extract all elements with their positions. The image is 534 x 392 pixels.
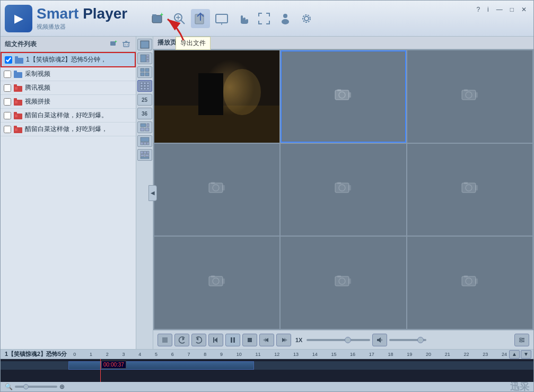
zoom-out-icon[interactable]: 🔍: [5, 383, 13, 390]
screen-button[interactable]: [212, 9, 231, 28]
layout-25-label: 25: [142, 97, 147, 103]
svg-rect-43: [146, 57, 149, 59]
zoom-in-icon[interactable]: ⊕: [59, 383, 65, 390]
layout-1plus3-button[interactable]: [137, 53, 152, 64]
item-checkbox-2[interactable]: [4, 71, 11, 78]
speed-slider[interactable]: [307, 339, 370, 341]
person-button[interactable]: [276, 9, 295, 28]
list-item[interactable]: 腾讯视频: [1, 81, 136, 95]
info-button[interactable]: i: [485, 5, 492, 14]
export-button[interactable]: [191, 9, 210, 28]
layout-36-button[interactable]: 36: [137, 108, 152, 119]
video-cell-2-0[interactable]: [154, 237, 279, 329]
svg-rect-69: [141, 154, 144, 156]
audio-settings-button[interactable]: [514, 334, 529, 346]
list-item[interactable]: 采制视频: [1, 67, 136, 81]
timeline-num-19: 19: [407, 352, 412, 357]
zoom-slider-thumb[interactable]: [23, 384, 29, 389]
maximize-button[interactable]: □: [507, 5, 517, 14]
sidebar-header-icons: +: [108, 39, 132, 49]
svg-rect-71: [141, 157, 149, 159]
layout-custom3-button[interactable]: [137, 149, 152, 161]
layout-25-button[interactable]: 25: [137, 94, 152, 106]
layout-custom2-button[interactable]: [137, 135, 152, 147]
timeline-footer: 🔍 ⊕ 迅采: [1, 382, 533, 391]
stop-button[interactable]: [242, 334, 257, 346]
item-checkbox-5[interactable]: [4, 112, 11, 119]
video-cell-1-0[interactable]: [154, 144, 279, 236]
svg-rect-110: [233, 337, 235, 343]
app-title: Smart Player: [37, 6, 127, 22]
delete-group-button[interactable]: [121, 39, 132, 49]
item-checkbox-6[interactable]: [4, 126, 11, 133]
layout-2x2-button[interactable]: [137, 66, 152, 78]
video-cell-1-2[interactable]: [407, 144, 532, 236]
svg-rect-95: [222, 278, 225, 284]
timeline-num-13: 13: [293, 352, 299, 357]
step-fwd-button[interactable]: [276, 334, 291, 346]
app-logo: ▶: [5, 5, 32, 32]
pause-button[interactable]: [225, 334, 240, 346]
item-checkbox-1[interactable]: [5, 56, 12, 64]
svg-rect-74: [337, 89, 341, 91]
speed-label: 1X: [295, 337, 302, 343]
timeline-num-10: 10: [237, 352, 242, 357]
svg-rect-30: [15, 87, 17, 90]
timeline-body[interactable]: 00:00:37: [1, 359, 533, 382]
volume-slider[interactable]: [389, 339, 426, 341]
volume-button[interactable]: [372, 334, 387, 346]
volume-slider-thumb[interactable]: [417, 337, 424, 343]
open-file-button[interactable]: +: [148, 9, 168, 28]
item-text-1: 1【笑镇惊魂2】恐怖5分钟，: [26, 55, 132, 64]
fullscreen-button[interactable]: [255, 9, 274, 28]
layout-1x1-button[interactable]: [137, 39, 152, 50]
search-button[interactable]: [170, 9, 189, 28]
svg-rect-52: [141, 85, 143, 87]
layout-3x3-button[interactable]: [137, 80, 152, 92]
hand-tool-button[interactable]: [233, 9, 252, 28]
layout-custom1-button[interactable]: [137, 121, 152, 133]
svg-rect-108: [213, 337, 214, 343]
timeline-down-button[interactable]: ▼: [521, 350, 531, 359]
app-subtitle: 视频播放器: [37, 23, 127, 31]
list-item[interactable]: 1【笑镇惊魂2】恐怖5分钟，: [1, 52, 136, 67]
speed-slider-thumb[interactable]: [345, 337, 351, 343]
help-button[interactable]: ?: [474, 5, 483, 14]
timeline-data-bar: [68, 361, 254, 370]
svg-rect-44: [146, 60, 149, 62]
forward-button[interactable]: [191, 334, 206, 346]
item-checkbox-3[interactable]: [4, 84, 11, 92]
timeline-up-button[interactable]: ▲: [509, 350, 520, 359]
svg-rect-103: [475, 278, 478, 284]
video-cell-2-1[interactable]: [281, 237, 406, 329]
svg-rect-70: [145, 154, 149, 156]
list-item[interactable]: 醋留白菜这样做，好吃到爆。: [1, 109, 136, 123]
video-cell-0-1[interactable]: [281, 50, 406, 143]
svg-rect-19: [124, 42, 129, 47]
timeline-num-11: 11: [255, 352, 260, 357]
record-button[interactable]: [157, 334, 172, 346]
collapse-sidebar-button[interactable]: ◀: [148, 185, 157, 201]
svg-rect-51: [147, 82, 149, 84]
zoom-slider[interactable]: [15, 386, 57, 388]
svg-rect-111: [248, 338, 252, 342]
rewind-button[interactable]: [174, 334, 189, 346]
timeline-cursor[interactable]: [100, 359, 101, 382]
prev-frame-button[interactable]: [208, 334, 223, 346]
list-item[interactable]: 醋留白菜这样做，好吃到爆，: [1, 123, 136, 136]
svg-rect-79: [475, 92, 478, 98]
minimize-button[interactable]: —: [494, 5, 505, 14]
timeline-area: 1【笑镇惊魂2】恐怖5分 0 1 2 3 4 5 6 7 8 9 10 11 1…: [1, 349, 533, 391]
step-back-button[interactable]: [259, 334, 274, 346]
video-cell-2-2[interactable]: [407, 237, 532, 329]
video-cell-1-1[interactable]: [281, 144, 406, 236]
close-button[interactable]: ✕: [519, 5, 529, 14]
timeline-num-5: 5: [155, 352, 157, 357]
scene-glow: [223, 69, 261, 115]
list-item[interactable]: 视频拼接: [1, 95, 136, 109]
settings-button[interactable]: [297, 9, 316, 28]
video-cell-0-2[interactable]: [407, 50, 532, 143]
add-group-button[interactable]: +: [108, 39, 119, 49]
video-cell-0-0[interactable]: [154, 50, 279, 143]
item-checkbox-4[interactable]: [4, 98, 11, 106]
